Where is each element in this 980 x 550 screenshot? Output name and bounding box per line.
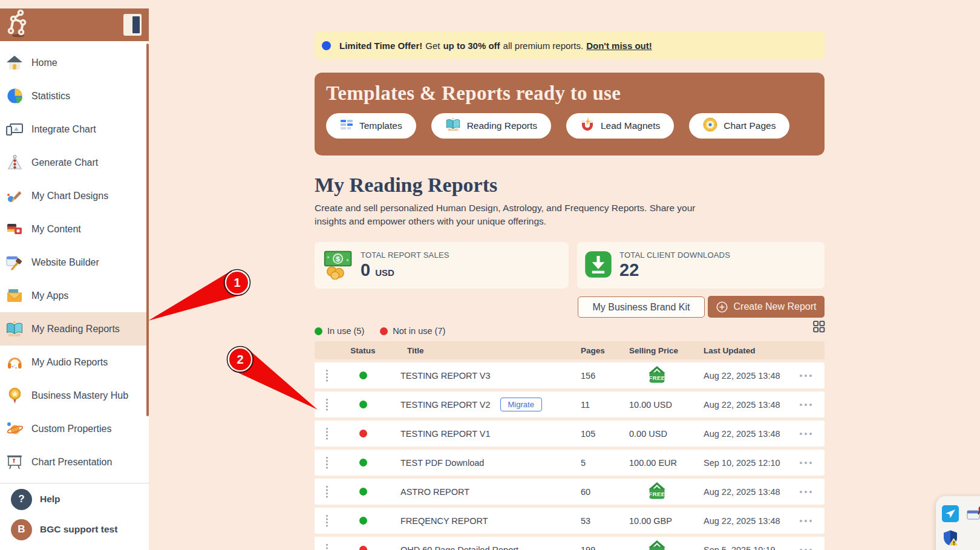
row-actions-button[interactable] [786, 374, 825, 378]
sidebar-item-label: Statistics [31, 91, 70, 102]
sidebar-item-my-audio-reports[interactable]: My Audio Reports [0, 345, 149, 379]
total-report-sales-card: $ TOTAL REPORT SALES 0 USD [315, 242, 569, 289]
drag-handle-icon[interactable] [315, 427, 339, 440]
row-actions-button[interactable] [786, 403, 825, 407]
sidebar-item-label: My Reading Reports [31, 324, 120, 335]
status-dot-icon [359, 459, 367, 467]
table-row[interactable]: TESTING REPORT V11050.00 USDAug 22, 2025… [315, 421, 825, 447]
grid-view-icon[interactable] [813, 321, 825, 333]
brand-kit-button[interactable]: My Business Brand Kit [578, 296, 705, 318]
table-row[interactable]: TESTING REPORT V2Migrate1110.00 USDAug 2… [315, 391, 825, 417]
devices-icon [5, 120, 24, 139]
last-updated-value: Aug 22, 2025 13:48 [696, 400, 786, 410]
sidebar-item-chart-presentation[interactable]: Chart Presentation [0, 445, 149, 479]
sidebar-item-my-apps[interactable]: My Apps [0, 279, 149, 312]
sidebar-item-home[interactable]: Home [0, 46, 149, 79]
svg-text:FREE: FREE [648, 375, 665, 381]
sidebar-item-label: Custom Properties [31, 424, 112, 434]
send-icon[interactable] [942, 505, 959, 525]
sidebar-item-my-chart-designs[interactable]: My Chart Designs [0, 179, 149, 212]
stat-unit: USD [375, 267, 394, 278]
create-new-report-label: Create New Report [734, 301, 817, 312]
headphones-icon [5, 353, 24, 372]
create-new-report-button[interactable]: Create New Report [708, 296, 825, 318]
in-use-dot-icon [315, 327, 322, 335]
reading-reports-icon [445, 117, 461, 134]
magnet-icon [580, 117, 595, 134]
lead-magnets-button[interactable]: Lead Magnets [566, 113, 674, 139]
sidebar-collapse-toggle-button[interactable] [123, 14, 142, 36]
report-title: TESTING REPORT V3 [400, 371, 491, 381]
planet-icon [5, 420, 24, 438]
table-row[interactable]: QHD 60 Page Detailed Report199FREESep 5,… [315, 537, 825, 550]
account-label: BGC support test [40, 524, 117, 535]
avatar: B [11, 519, 32, 540]
templates-panel: Templates & Reports ready to use Templat… [315, 73, 825, 156]
sidebar-item-website-builder[interactable]: Website Builder [0, 246, 149, 279]
last-updated-value: Aug 22, 2025 13:48 [696, 516, 786, 526]
legend-in-use: In use (5) [315, 326, 364, 336]
hammer-window-icon [5, 254, 24, 272]
sidebar-item-business-mastery-hub[interactable]: Business Mastery Hub [0, 379, 149, 412]
table-row[interactable]: TESTING REPORT V3156FREEAug 22, 2025 13:… [315, 362, 825, 388]
sidebar-item-generate-chart[interactable]: Generate Chart [0, 146, 149, 179]
sidebar-item-custom-properties[interactable]: Custom Properties [0, 412, 149, 445]
sidebar-item-label: Chart Presentation [31, 457, 112, 468]
sidebar-item-label: My Content [31, 224, 81, 235]
report-title: ASTRO REPORT [400, 487, 469, 497]
drag-handle-icon[interactable] [315, 543, 339, 550]
sidebar-item-my-content[interactable]: My Content [0, 212, 149, 246]
status-dot-icon [359, 430, 367, 437]
table-row[interactable]: FREQENCY REPORT5310.00 GBPAug 22, 2025 1… [315, 508, 825, 534]
report-title: QHD 60 Page Detailed Report [400, 545, 518, 550]
sidebar-item-label: Generate Chart [31, 157, 98, 168]
last-updated-value: Sep 5, 2025 10:19 [696, 545, 786, 550]
sidebar-item-my-reading-reports[interactable]: My Reading Reports [0, 312, 149, 345]
drag-handle-icon[interactable] [315, 398, 339, 411]
drag-handle-icon[interactable] [315, 456, 339, 470]
table-row[interactable]: TEST PDF Download5100.00 EURSep 10, 2025… [315, 450, 825, 476]
sidebar-item-help[interactable]: ? Help [0, 485, 149, 514]
migrate-badge[interactable]: Migrate [500, 398, 542, 411]
chart-wheel-icon [703, 117, 717, 134]
stat-label: TOTAL REPORT SALES [361, 250, 449, 260]
row-actions-button[interactable] [786, 548, 825, 550]
free-badge-icon: FREE [629, 365, 668, 386]
sidebar: Home Statistics Integrate Chart Generate… [0, 8, 149, 550]
row-actions-button[interactable] [786, 519, 825, 523]
pill-label: Reading Reports [467, 120, 537, 131]
tray-panel [936, 496, 980, 550]
sidebar-item-statistics[interactable]: Statistics [0, 79, 149, 113]
annotation-badge-1: 1 [234, 276, 240, 289]
column-pages: Pages [575, 346, 623, 355]
sidebar-item-label: Website Builder [31, 257, 99, 268]
security-shield-icon[interactable] [942, 529, 959, 549]
chart-pages-button[interactable]: Chart Pages [689, 113, 789, 139]
sidebar-scrollbar[interactable] [146, 44, 149, 416]
presentation-icon [5, 453, 24, 471]
templates-panel-title: Templates & Reports ready to use [326, 82, 813, 105]
promo-link[interactable]: Don't miss out! [586, 41, 652, 51]
bodygraph-icon [5, 154, 24, 172]
templates-button[interactable]: Templates [326, 113, 416, 139]
last-updated-value: Sep 10, 2025 12:10 [696, 458, 786, 468]
row-actions-button[interactable] [786, 432, 825, 436]
status-dot-icon [359, 372, 367, 379]
pie-chart-icon [5, 87, 24, 105]
table-row[interactable]: ASTRO REPORT60FREEAug 22, 2025 13:48 [315, 479, 825, 505]
reading-reports-button[interactable]: Reading Reports [431, 113, 551, 139]
sidebar-item-label: Home [31, 57, 57, 68]
pinned-window-icon[interactable] [967, 506, 980, 524]
drag-handle-icon[interactable] [315, 485, 339, 499]
promo-highlight: Limited Time Offer! [339, 41, 422, 51]
selling-price-value: 10.00 USD [629, 400, 672, 410]
envelope-icon [5, 287, 24, 305]
app-screen: Home Statistics Integrate Chart Generate… [0, 0, 980, 550]
column-status: Status [339, 346, 387, 355]
drag-handle-icon[interactable] [315, 369, 339, 382]
drag-handle-icon[interactable] [315, 514, 339, 528]
sidebar-item-account[interactable]: B BGC support test [0, 515, 149, 544]
row-actions-button[interactable] [786, 490, 825, 494]
row-actions-button[interactable] [786, 461, 825, 465]
sidebar-item-integrate-chart[interactable]: Integrate Chart [0, 113, 149, 146]
